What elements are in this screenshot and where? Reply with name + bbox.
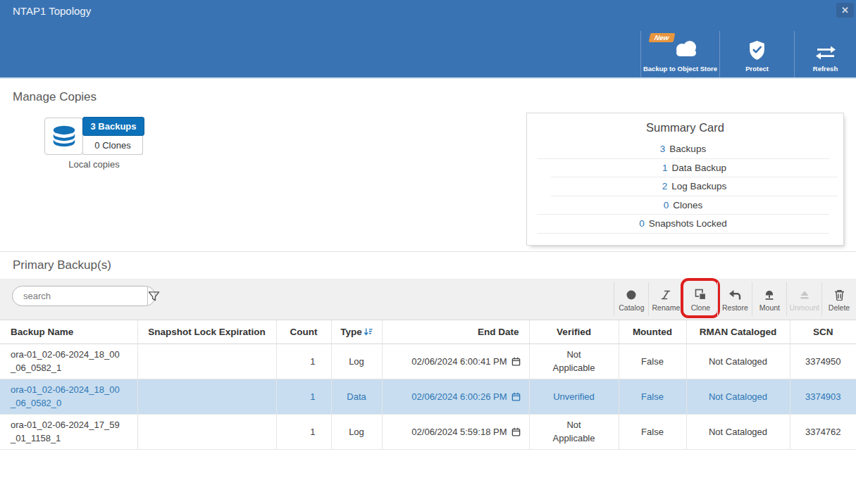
sort-descending-icon <box>364 327 373 336</box>
column-header-mounted[interactable]: Mounted <box>619 320 686 344</box>
column-header-snapshot-lock-expiration[interactable]: Snapshot Lock Expiration <box>137 320 276 344</box>
summary-label: Clones <box>673 200 702 210</box>
mount-button[interactable]: Mount <box>752 282 786 316</box>
close-icon: ✕ <box>841 5 849 15</box>
summary-count: 0 <box>639 218 645 229</box>
manage-copies-title: Manage Copies <box>13 90 97 104</box>
protect-button[interactable]: Protect <box>719 31 794 77</box>
restore-button[interactable]: Restore <box>717 282 752 316</box>
summary-label: Log Backups <box>671 181 726 191</box>
database-icon <box>51 125 77 148</box>
search-pill <box>12 286 156 306</box>
database-icon-box <box>44 118 83 155</box>
header-button-label: Refresh <box>813 65 838 73</box>
table-row[interactable]: ora-01_02-06-2024_18_00_06_0582_1 1 Log … <box>0 344 856 379</box>
summary-label: Backups <box>669 144 706 154</box>
refresh-button[interactable]: Refresh <box>794 31 856 77</box>
delete-trash-icon <box>834 289 845 301</box>
calendar-icon <box>511 357 521 366</box>
summary-row-clones: 0 Clones <box>537 196 829 215</box>
column-header-backup-name[interactable]: Backup Name <box>0 320 137 344</box>
column-header-verified[interactable]: Verified <box>529 320 619 344</box>
column-header-end-date[interactable]: End Date <box>382 320 529 344</box>
clones-toggle-button[interactable]: 0 Clones <box>82 136 143 155</box>
page-title: NTAP1 Topology <box>13 5 91 17</box>
refresh-icon <box>815 45 836 61</box>
new-badge: New <box>648 33 674 42</box>
summary-label: Snapshots Locked <box>649 218 727 229</box>
local-copies-caption: Local copies <box>44 159 144 170</box>
catalog-button[interactable]: Catalog <box>614 282 648 316</box>
summary-count: 2 <box>662 181 668 191</box>
rename-button[interactable]: Rename <box>648 282 683 316</box>
restore-icon <box>728 289 741 301</box>
calendar-icon <box>511 427 521 436</box>
summary-row-data-backup: 1 Data Backup <box>551 159 838 178</box>
summary-card: Summary Card 3 Backups 1 Data Backup 2 L… <box>526 113 844 246</box>
unmount-eject-icon <box>799 289 810 301</box>
summary-row-log-backups: 2 Log Backups <box>551 177 838 196</box>
backups-table: Backup Name Snapshot Lock Expiration Cou… <box>0 320 856 450</box>
shield-check-icon <box>748 40 766 61</box>
mount-icon <box>764 289 775 301</box>
header-button-label: Protect <box>745 65 769 73</box>
search-input[interactable] <box>13 286 147 305</box>
summary-count: 3 <box>660 144 666 154</box>
summary-card-title: Summary Card <box>527 121 843 134</box>
table-header-row: Backup Name Snapshot Lock Expiration Cou… <box>0 320 856 344</box>
summary-count: 0 <box>664 200 669 210</box>
backup-actions: Catalog Rename Clone Restore <box>614 282 856 316</box>
filter-button[interactable] <box>147 286 160 305</box>
backup-to-object-store-button[interactable]: New Backup to Object Store <box>640 31 719 77</box>
table-row[interactable]: ora-01_02-06-2024_17_59_01_1158_1 1 Log … <box>0 414 856 449</box>
header-actions: New Backup to Object Store Protect Refre… <box>640 31 856 77</box>
summary-count: 1 <box>662 163 668 173</box>
summary-row-backups: 3 Backups <box>537 140 829 159</box>
local-copies-card: 3 Backups 0 Clones <box>44 118 143 155</box>
column-header-count[interactable]: Count <box>276 320 331 344</box>
manage-copies-section: Manage Copies 3 Backups 0 Clones Local c… <box>0 79 856 252</box>
clone-icon <box>695 289 707 301</box>
summary-row-snapshots-locked: 0 Snapshots Locked <box>537 215 829 234</box>
column-header-scn[interactable]: SCN <box>790 320 856 344</box>
backups-toggle-button[interactable]: 3 Backups <box>82 117 144 136</box>
primary-backups-title: Primary Backup(s) <box>13 258 111 272</box>
close-button[interactable]: ✕ <box>836 3 854 18</box>
unmount-button: Unmount <box>786 282 821 316</box>
delete-button[interactable]: Delete <box>821 282 856 316</box>
calendar-icon <box>511 392 521 401</box>
summary-label: Data Backup <box>672 163 726 173</box>
dialog-header: NTAP1 Topology ✕ New Backup to Object St… <box>0 0 856 79</box>
rename-icon <box>660 289 671 301</box>
header-button-label: Backup to Object Store <box>643 65 717 73</box>
column-header-type[interactable]: Type <box>331 320 382 344</box>
cloud-icon <box>672 39 700 58</box>
catalog-icon <box>626 289 637 301</box>
table-row-selected[interactable]: ora-01_02-06-2024_18_00_06_0582_0 1 Data… <box>0 379 856 414</box>
filter-funnel-icon <box>148 291 160 302</box>
column-header-rman-cataloged[interactable]: RMAN Cataloged <box>686 320 790 344</box>
clone-button[interactable]: Clone <box>683 282 717 316</box>
primary-backups-toolbar: Catalog Rename Clone Restore <box>0 279 856 320</box>
